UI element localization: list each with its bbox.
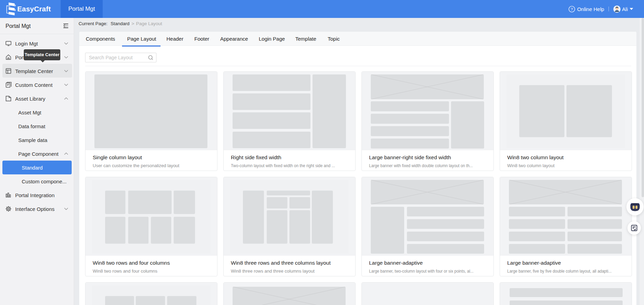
svg-text:?: ? [571, 7, 573, 11]
